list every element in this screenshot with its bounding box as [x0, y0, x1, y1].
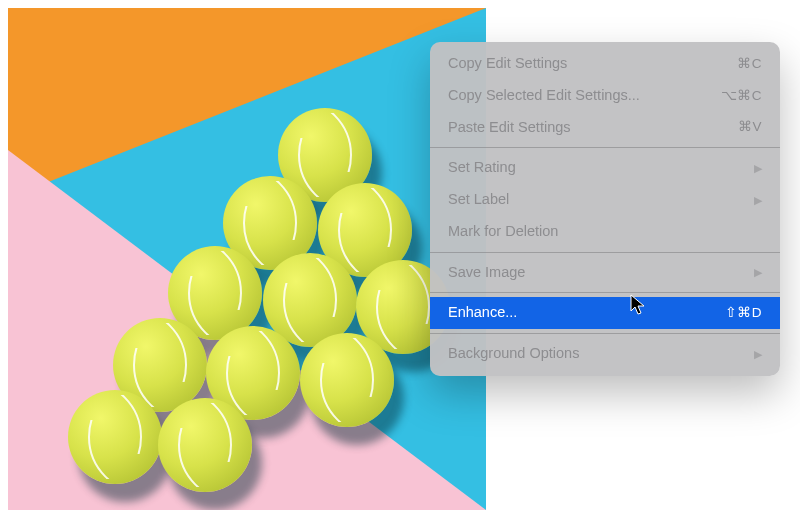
tennis-balls-group [128, 108, 468, 508]
menu-separator [430, 333, 780, 334]
menu-item-label: Save Image [448, 262, 525, 284]
menu-separator [430, 292, 780, 293]
context-menu[interactable]: Copy Edit Settings⌘CCopy Selected Edit S… [430, 42, 780, 376]
menu-item-mark-for-deletion: Mark for Deletion [430, 216, 780, 248]
tennis-ball [158, 398, 252, 492]
menu-item-label: Mark for Deletion [448, 221, 558, 243]
menu-item-shortcut: ⌘V [738, 117, 762, 137]
photo-preview [8, 8, 486, 510]
menu-item-copy-selected-edit-settings: Copy Selected Edit Settings...⌥⌘C [430, 80, 780, 112]
menu-item-label: Paste Edit Settings [448, 117, 571, 139]
tennis-ball [68, 390, 162, 484]
menu-item-paste-edit-settings: Paste Edit Settings⌘V [430, 112, 780, 144]
tennis-ball [300, 333, 394, 427]
menu-item-set-rating: Set Rating▶ [430, 152, 780, 184]
menu-item-enhance[interactable]: Enhance...⇧⌘D [430, 297, 780, 329]
menu-item-save-image: Save Image▶ [430, 257, 780, 289]
submenu-arrow-icon: ▶ [754, 192, 762, 209]
submenu-arrow-icon: ▶ [754, 346, 762, 363]
menu-item-label: Copy Edit Settings [448, 53, 567, 75]
submenu-arrow-icon: ▶ [754, 264, 762, 281]
menu-item-background-options: Background Options▶ [430, 338, 780, 370]
menu-item-shortcut: ⌥⌘C [721, 86, 762, 106]
menu-item-copy-edit-settings: Copy Edit Settings⌘C [430, 48, 780, 80]
menu-separator [430, 147, 780, 148]
menu-item-shortcut: ⇧⌘D [725, 303, 762, 323]
menu-separator [430, 252, 780, 253]
submenu-arrow-icon: ▶ [754, 160, 762, 177]
menu-item-shortcut: ⌘C [737, 54, 762, 74]
menu-item-label: Background Options [448, 343, 579, 365]
menu-item-label: Set Rating [448, 157, 516, 179]
menu-item-label: Copy Selected Edit Settings... [448, 85, 640, 107]
menu-item-label: Set Label [448, 189, 509, 211]
menu-item-label: Enhance... [448, 302, 517, 324]
menu-item-set-label: Set Label▶ [430, 184, 780, 216]
